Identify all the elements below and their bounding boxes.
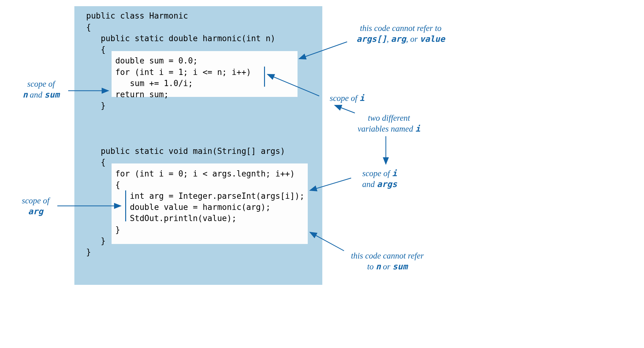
anno-text: variables named (358, 124, 415, 133)
code-line-4: { (86, 44, 106, 55)
anno-text: or (381, 262, 393, 271)
anno-text: and (362, 180, 377, 189)
anno-var: i (392, 168, 397, 178)
code-line-12: for (int i = 0; i < args.legnth; i++) (86, 168, 295, 179)
code-line-19: } (86, 246, 91, 258)
anno-text: and (28, 90, 44, 99)
anno-var: args[] (356, 34, 387, 44)
code-line-15: double value = harmonic(arg); (86, 202, 271, 213)
code-line-13: { (86, 179, 120, 190)
anno-var: i (415, 124, 420, 133)
code-line-5: double sum = 0.0; (86, 55, 198, 66)
anno-text: scope of (362, 169, 392, 178)
anno-var: sum (392, 262, 408, 271)
annotation-cannot-refer-args: this code cannot refer to args[], arg, o… (346, 23, 455, 45)
code-line-10: public static void main(String[] args) (86, 146, 285, 157)
code-line-14: int arg = Integer.parseInt(args[i]); (86, 190, 304, 202)
anno-text: , (387, 34, 391, 44)
anno-var: args (377, 179, 397, 189)
diagram-container: public class Harmonic { public static do… (6, 6, 644, 348)
anno-var-arg: arg (28, 207, 43, 216)
anno-var: n (376, 262, 381, 271)
annotation-cannot-refer-n-sum: this code cannot refer to n or sum (338, 251, 437, 272)
anno-text: scope of (27, 79, 55, 89)
anno-text: , or (406, 34, 420, 44)
scope-bar-i-top (264, 67, 265, 87)
anno-var-n: n (23, 90, 28, 99)
annotation-two-different-i: two different variables named i (346, 113, 432, 134)
svg-line-5 (335, 105, 355, 113)
code-line-3: public static double harmonic(int n) (86, 33, 275, 44)
code-line-17: } (86, 224, 120, 235)
anno-text: two different (368, 113, 410, 123)
anno-var-sum: sum (44, 90, 60, 99)
annotation-scope-i-top: scope of i (321, 93, 373, 104)
annotation-scope-i-args: scope of i and args (353, 168, 406, 190)
anno-text: scope of (22, 196, 49, 205)
code-line-9: } (86, 100, 106, 111)
anno-text: scope of (330, 94, 359, 103)
anno-text: this code cannot refer to (360, 24, 442, 33)
code-line-2: { (86, 22, 91, 33)
code-line-8: return sum; (86, 89, 169, 100)
code-line-1: public class Harmonic (86, 10, 188, 21)
code-line-7: sum += 1.0/i; (86, 78, 193, 89)
anno-text: this code cannot refer (351, 251, 424, 260)
code-line-11: { (86, 157, 106, 168)
annotation-scope-n-sum: scope of n and sum (15, 79, 67, 100)
anno-text: to (367, 262, 376, 271)
code-line-18: } (86, 235, 106, 246)
anno-var: value (420, 34, 445, 44)
anno-var: arg (391, 34, 406, 44)
code-line-6: for (int i = 1; i <= n; i++) (86, 67, 251, 78)
annotation-scope-arg: scope of arg (15, 196, 56, 217)
anno-var: i (359, 93, 364, 103)
code-line-16: StdOut.println(value); (86, 213, 236, 224)
scope-bar-arg (125, 190, 126, 221)
